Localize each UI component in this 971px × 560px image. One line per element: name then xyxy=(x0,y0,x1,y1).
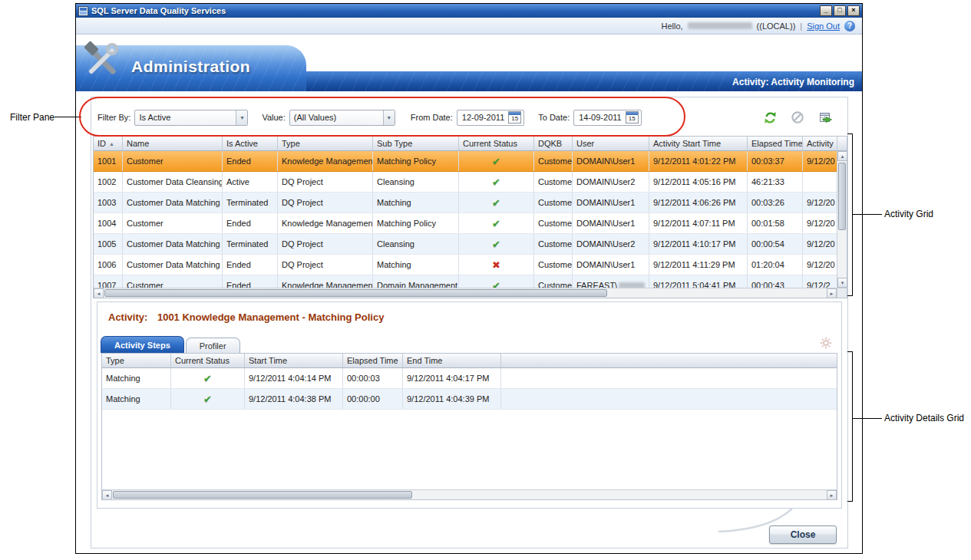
column-header-id[interactable]: ID▲ xyxy=(94,137,123,150)
scroll-right-button[interactable]: ► xyxy=(827,288,837,298)
activity-row-1006[interactable]: 1006Customer Data MatchingEndedDQ Projec… xyxy=(94,255,837,275)
filter-by-label: Filter By: xyxy=(97,113,130,122)
grid-cell-type: DQ Project xyxy=(278,255,373,275)
scroll-left-button[interactable]: ◄ xyxy=(94,288,104,298)
details-horizontal-scrollbar[interactable]: ◄ ► xyxy=(102,489,837,499)
annotation-activity-grid-line xyxy=(853,214,882,215)
activity-title-label: Activity: xyxy=(108,311,147,323)
grid-cell-is_active: Terminated xyxy=(223,234,278,254)
activity-row-1005[interactable]: 1005Customer Data MatchingTerminatedDQ P… xyxy=(94,234,837,255)
grid-cell-elapsed: 00:03:37 xyxy=(748,151,803,171)
grid-cell-end_time: 9/12/20 xyxy=(803,234,837,254)
close-window-button[interactable]: × xyxy=(847,5,860,16)
details-cell-filler xyxy=(501,368,837,388)
grid-cell-sub_type: Matching Policy xyxy=(373,213,459,233)
tab-profiler[interactable]: Profiler xyxy=(186,338,240,353)
details-column-header-start_time[interactable]: Start Time xyxy=(245,354,343,367)
chevron-down-icon: ▾ xyxy=(236,110,247,125)
grid-cell-id: 1006 xyxy=(94,255,123,275)
activity-row-1002[interactable]: 1002Customer Data CleansingActiveDQ Proj… xyxy=(94,172,837,193)
grid-cell-sub_type: Matching Policy xyxy=(373,151,459,171)
activity-row-1004[interactable]: 1004CustomerEndedKnowledge ManagementMat… xyxy=(94,213,837,234)
details-hscroll-thumb[interactable] xyxy=(113,491,412,499)
grid-cell-is_active: Terminated xyxy=(223,193,278,212)
column-header-start_time[interactable]: Activity Start Time xyxy=(649,137,748,150)
window-title: SQL Server Data Quality Services xyxy=(91,6,226,15)
to-date-value: 14-09-2011 xyxy=(579,113,621,122)
scroll-up-button[interactable]: ▲ xyxy=(837,151,847,161)
scroll-left-button[interactable]: ◄ xyxy=(102,490,112,500)
help-icon[interactable]: ? xyxy=(844,21,855,31)
local-tag: ((LOCAL)) xyxy=(757,21,796,31)
column-header-user[interactable]: User xyxy=(573,137,649,150)
grid-cell-is_active: Ended xyxy=(223,213,278,233)
export-button[interactable] xyxy=(817,109,834,126)
activity-grid-header: ID▲NameIs ActiveTypeSub TypeCurrent Stat… xyxy=(94,137,837,151)
status-ok-icon: ✔ xyxy=(492,280,500,288)
status-fail-icon: ✖ xyxy=(492,259,500,271)
grid-cell-sub_type: Domain Management xyxy=(373,275,459,288)
calendar-icon[interactable]: 15 xyxy=(508,111,521,124)
status-ok-icon: ✔ xyxy=(492,176,500,188)
redacted-text xyxy=(619,282,645,288)
column-header-dqkb[interactable]: DQKB xyxy=(534,137,573,150)
activity-row-1003[interactable]: 1003Customer Data MatchingTerminatedDQ P… xyxy=(94,193,837,213)
grid-cell-dqkb: Customer xyxy=(534,213,573,233)
calendar-icon[interactable]: 15 xyxy=(626,111,639,124)
details-row[interactable]: Matching✔9/12/2011 4:04:14 PM00:00:039/1… xyxy=(102,368,837,389)
details-column-header-type[interactable]: Type xyxy=(102,354,171,367)
column-header-elapsed[interactable]: Elapsed Time xyxy=(748,137,803,150)
annotation-filter-pane-line xyxy=(54,117,81,117)
from-date-input[interactable]: 12-09-2011 15 xyxy=(457,110,524,126)
grid-cell-end_time: 9/12/20 xyxy=(803,151,837,171)
scroll-down-button[interactable]: ▼ xyxy=(837,278,847,288)
scroll-right-button[interactable]: ► xyxy=(827,490,837,500)
close-button[interactable]: Close xyxy=(769,525,837,544)
filter-by-select[interactable]: Is Active ▾ xyxy=(134,110,248,126)
vertical-scrollbar[interactable]: ▲ ▼ xyxy=(837,151,847,288)
grid-cell-type: Knowledge Management xyxy=(278,213,373,233)
horizontal-scrollbar[interactable]: ◄ ► xyxy=(94,288,837,298)
details-export-icon-disabled xyxy=(820,337,832,352)
column-header-end_time[interactable]: Activity xyxy=(803,137,837,150)
activity-row-1007[interactable]: 1007CustomerEndedKnowledge ManagementDom… xyxy=(94,275,837,288)
grid-cell-end_time xyxy=(803,172,837,192)
maximize-button[interactable]: □ xyxy=(834,5,846,16)
greeting-label: Hello, xyxy=(661,21,682,31)
grid-cell-id: 1007 xyxy=(94,275,123,288)
grid-cell-name: Customer Data Matching xyxy=(123,234,223,254)
value-select[interactable]: (All Values) ▾ xyxy=(289,110,395,126)
minimize-button[interactable]: _ xyxy=(820,5,832,16)
column-header-sub_type[interactable]: Sub Type xyxy=(373,137,459,150)
details-column-header-status[interactable]: Current Status xyxy=(171,354,245,367)
details-cell-status: ✔ xyxy=(171,389,245,409)
status-ok-icon: ✔ xyxy=(492,218,500,229)
grid-cell-dqkb: Customer xyxy=(534,151,573,171)
details-row[interactable]: Matching✔9/12/2011 4:04:38 PM00:00:009/1… xyxy=(102,389,837,410)
grid-cell-id: 1004 xyxy=(94,213,123,233)
grid-header-corner xyxy=(837,137,847,151)
to-date-input[interactable]: 14-09-2011 15 xyxy=(573,110,641,126)
grid-cell-user: DOMAIN\User2 xyxy=(573,172,649,192)
grid-cell-dqkb: Customer xyxy=(534,172,573,192)
hscroll-thumb[interactable] xyxy=(104,289,607,297)
sign-out-link[interactable]: Sign Out xyxy=(807,21,840,31)
vscroll-thumb[interactable] xyxy=(838,163,846,230)
column-header-name[interactable]: Name xyxy=(123,137,223,150)
details-grid-header: TypeCurrent StatusStart TimeElapsed Time… xyxy=(102,354,837,368)
grid-cell-status: ✔ xyxy=(459,213,534,233)
grid-cell-start_time: 9/12/2011 4:01:22 PM xyxy=(649,151,748,171)
details-column-header-elapsed[interactable]: Elapsed Time xyxy=(343,354,403,367)
details-cell-filler xyxy=(501,389,837,409)
activity-row-1001[interactable]: 1001CustomerEndedKnowledge ManagementMat… xyxy=(94,151,837,172)
activity-grid-body: 1001CustomerEndedKnowledge ManagementMat… xyxy=(94,151,837,288)
page-title: Administration xyxy=(131,58,250,76)
refresh-button[interactable] xyxy=(761,109,778,126)
details-column-header-end_time[interactable]: End Time xyxy=(403,354,501,367)
tab-activity-steps[interactable]: Activity Steps xyxy=(101,336,184,353)
column-header-is_active[interactable]: Is Active xyxy=(223,137,278,150)
grid-cell-name: Customer Data Cleansing xyxy=(123,172,223,192)
activity-grid: ID▲NameIs ActiveTypeSub TypeCurrent Stat… xyxy=(93,136,847,298)
column-header-status[interactable]: Current Status xyxy=(459,137,534,150)
column-header-type[interactable]: Type xyxy=(278,137,373,150)
